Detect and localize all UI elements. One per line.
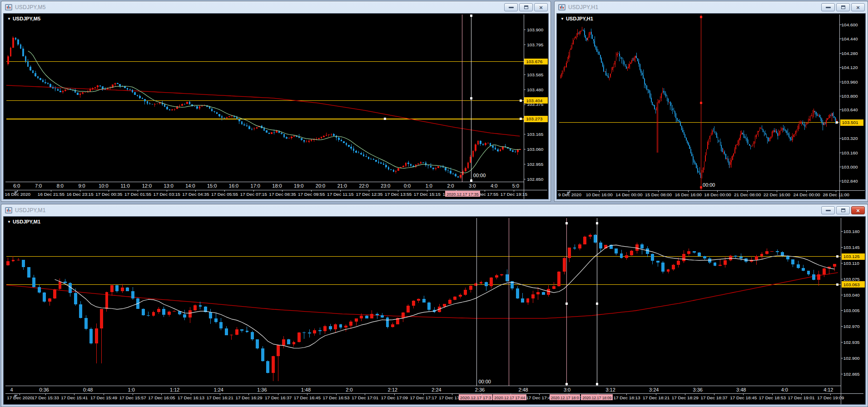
close-button[interactable]: × <box>851 206 865 214</box>
date-axis-label: 17 Dec 08:35 <box>269 192 296 197</box>
candle-body <box>635 56 636 58</box>
candle-body <box>281 133 282 134</box>
candle-body <box>567 59 568 62</box>
candle-body <box>589 235 592 237</box>
line-selection-handle[interactable] <box>470 15 472 17</box>
chart-window-icon <box>5 4 12 10</box>
hour-label: 13:0 <box>164 183 174 189</box>
candle-body <box>586 38 587 40</box>
candle-body <box>201 106 203 106</box>
candle-body <box>552 286 556 289</box>
candle-body <box>790 137 791 139</box>
line-selection-handle[interactable] <box>565 222 568 224</box>
candle-body <box>55 89 56 89</box>
candle-body <box>164 104 165 107</box>
candle-body <box>754 141 754 144</box>
candle-body <box>820 117 821 119</box>
candle-body <box>719 265 722 265</box>
close-button[interactable]: × <box>534 3 548 11</box>
date-axis-label: 17 Dec 15:33 <box>32 395 60 400</box>
candle-body <box>722 148 723 152</box>
window-titlebar[interactable]: USDJPY,H1 × <box>555 1 868 13</box>
candle-body <box>137 95 138 96</box>
candle-body <box>132 90 133 92</box>
chart-symbol-label[interactable]: ▼USDJPY,M1 <box>7 219 40 224</box>
price-axis-label: 102.900 <box>843 356 860 361</box>
candle-body <box>758 131 759 132</box>
line-selection-handle[interactable] <box>520 99 522 102</box>
window-titlebar[interactable]: USDJPY,M5 × <box>1 1 551 13</box>
candle-body <box>477 141 479 144</box>
candle-body <box>724 152 725 154</box>
line-selection-handle[interactable] <box>384 118 386 120</box>
candle-body <box>560 75 561 78</box>
minimize-button[interactable] <box>504 3 518 11</box>
chart-symbol-label[interactable]: ▼USDJPY,H1 <box>560 16 593 21</box>
candle-body <box>679 121 680 123</box>
line-selection-handle[interactable] <box>700 186 702 189</box>
restore-button[interactable] <box>519 3 533 11</box>
candle-body <box>420 162 422 164</box>
candle-body <box>256 127 258 129</box>
candle-body <box>117 83 118 84</box>
line-selection-handle[interactable] <box>470 179 472 182</box>
candle-body <box>381 315 384 318</box>
chart-client-area[interactable]: 00:00103.180103.145103.110103.075103.040… <box>3 216 866 405</box>
line-selection-handle[interactable] <box>836 283 838 286</box>
chart-client-area[interactable]: 00:00103.900103.795103.585103.480103.375… <box>3 13 549 199</box>
candle-body <box>704 161 705 168</box>
line-selection-handle[interactable] <box>700 102 702 104</box>
line-selection-handle[interactable] <box>596 222 598 224</box>
line-selection-handle[interactable] <box>470 97 472 99</box>
close-button[interactable]: × <box>851 3 865 11</box>
candle-body <box>760 128 761 129</box>
hour-label: 1:24 <box>214 387 223 392</box>
restore-button[interactable] <box>836 3 850 11</box>
candle-body <box>677 118 678 120</box>
line-selection-handle[interactable] <box>836 121 838 124</box>
candle-body <box>495 275 498 278</box>
restore-button[interactable] <box>836 206 850 214</box>
candle-body <box>79 94 81 95</box>
candle-body <box>47 83 49 84</box>
line-selection-handle[interactable] <box>700 16 702 18</box>
chart-window-icon <box>5 207 12 213</box>
candle-body <box>194 106 195 107</box>
candle-body <box>579 33 580 34</box>
window-titlebar[interactable]: USDJPY,M1 × <box>1 204 868 216</box>
candle-body <box>723 152 724 152</box>
candle-body <box>809 119 810 120</box>
candle-body <box>813 111 814 113</box>
candle-body <box>487 143 489 144</box>
candle-body <box>643 75 644 79</box>
candle-body <box>459 295 462 297</box>
candle-body <box>605 71 605 72</box>
minimize-button[interactable] <box>821 3 835 11</box>
candle-body <box>647 89 648 90</box>
candles-group <box>560 27 837 179</box>
candle-body <box>219 322 223 328</box>
line-selection-handle[interactable] <box>520 118 522 120</box>
candle-body <box>804 124 805 127</box>
candle-body <box>744 138 745 138</box>
candle-body <box>30 67 31 70</box>
line-selection-handle[interactable] <box>596 383 598 385</box>
minimize-button[interactable] <box>821 206 835 214</box>
candle-body <box>591 32 592 34</box>
candle-body <box>770 137 771 138</box>
candle-body <box>599 243 602 248</box>
window-title: USDJPY,M5 <box>15 4 46 10</box>
line-selection-handle[interactable] <box>565 383 568 385</box>
hour-label: 1:0 <box>426 183 432 189</box>
candle-body <box>587 38 588 40</box>
hour-label: 20:0 <box>316 183 325 189</box>
candle-body <box>637 58 638 61</box>
line-selection-handle[interactable] <box>565 303 568 305</box>
chart-client-area[interactable]: 00:00104.600104.440104.280104.120103.960… <box>556 13 866 199</box>
candle-body <box>142 309 145 316</box>
candle-body <box>60 91 61 92</box>
line-selection-handle[interactable] <box>836 255 838 258</box>
chart-symbol-label[interactable]: ▼USDJPY,M5 <box>7 16 40 21</box>
candle-body <box>719 141 719 141</box>
line-selection-handle[interactable] <box>596 303 598 305</box>
